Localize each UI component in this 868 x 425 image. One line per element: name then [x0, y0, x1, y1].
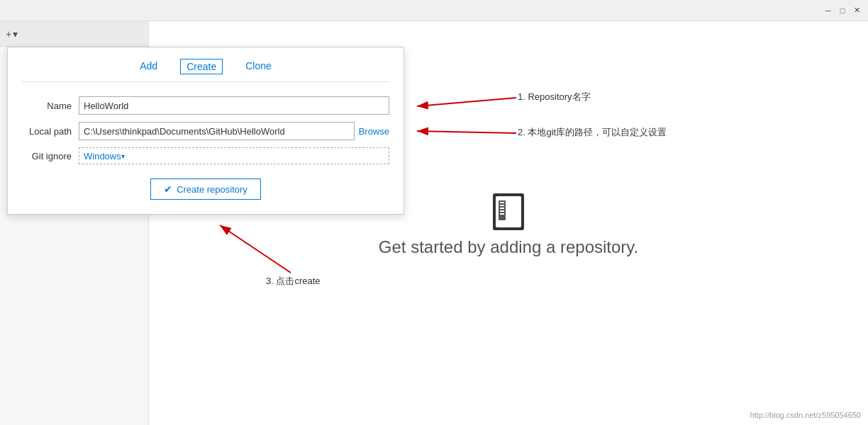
- name-label: Name: [22, 101, 79, 111]
- git-ignore-row: Git ignore Windows ▾: [22, 147, 389, 164]
- create-repository-button[interactable]: ✔ Create repository: [150, 178, 261, 200]
- browse-button[interactable]: Browse: [359, 126, 389, 137]
- annotation-1: 1. Repository名字: [518, 91, 591, 103]
- svg-rect-4: [500, 205, 504, 206]
- tab-create[interactable]: Create: [180, 59, 223, 74]
- create-button-label: Create repository: [177, 184, 247, 195]
- create-repository-panel: Add Create Clone Name Local path Browse …: [7, 47, 404, 215]
- title-bar: ─ □ ✕: [0, 0, 868, 21]
- annotation-2: 2. 本地git库的路径，可以自定义设置: [518, 126, 667, 139]
- create-button-row: ✔ Create repository: [22, 178, 389, 200]
- plus-icon: +: [6, 28, 11, 40]
- svg-rect-7: [500, 213, 504, 215]
- name-row: Name: [22, 96, 389, 115]
- sidebar-toolbar: + ▾: [0, 21, 148, 47]
- repo-icon: [486, 189, 531, 237]
- name-input[interactable]: [79, 96, 389, 115]
- add-repository-button[interactable]: + ▾: [6, 28, 18, 40]
- svg-rect-3: [500, 202, 504, 203]
- annotation-3: 3. 点击create: [266, 275, 321, 288]
- maximize-button[interactable]: □: [837, 5, 848, 16]
- title-bar-controls: ─ □ ✕: [823, 5, 862, 16]
- local-path-input[interactable]: [79, 122, 355, 140]
- git-ignore-value: Windows: [84, 151, 121, 162]
- git-ignore-label: Git ignore: [22, 151, 79, 162]
- minimize-button[interactable]: ─: [823, 5, 834, 16]
- close-button[interactable]: ✕: [851, 5, 862, 16]
- svg-rect-5: [500, 208, 504, 209]
- local-path-row: Local path Browse: [22, 122, 389, 140]
- tab-bar: Add Create Clone: [22, 59, 389, 82]
- dropdown-arrow-icon: ▾: [13, 28, 18, 40]
- watermark: http://blog.csdn.net/z595054650: [750, 411, 861, 419]
- tab-add[interactable]: Add: [134, 59, 163, 74]
- svg-rect-6: [500, 210, 504, 212]
- tab-clone[interactable]: Clone: [240, 59, 277, 74]
- chevron-down-icon: ▾: [121, 152, 125, 160]
- checkmark-icon: ✔: [164, 183, 172, 195]
- local-path-label: Local path: [22, 126, 79, 137]
- git-ignore-container: Windows ▾: [79, 147, 389, 164]
- empty-state-text: Get started by adding a repository.: [379, 237, 638, 257]
